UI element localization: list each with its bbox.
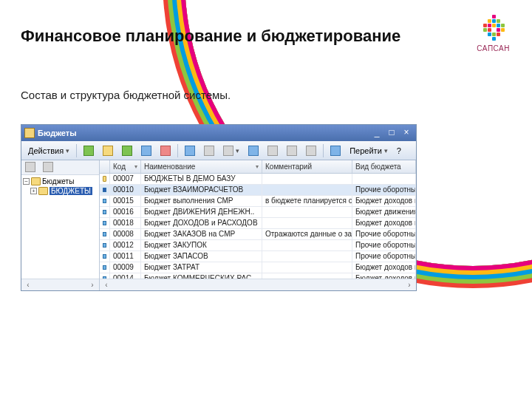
cell-name: Бюджет ЗАКАЗОВ на СМР (141, 229, 262, 239)
window-title: Бюджеты (38, 129, 370, 137)
table-row[interactable]: 00014Бюджет КОММЕРЧЕСКИХ РАС…Бюджет дохо… (100, 273, 416, 279)
cell-name: Бюджет ЗАКУПОК (141, 240, 262, 250)
brand-logo: САПСАН (477, 13, 510, 52)
twist-icon[interactable]: − (23, 178, 30, 185)
cell-comment (262, 240, 352, 250)
row-marker-icon (103, 199, 106, 203)
cell-type: Бюджет доходов и … (352, 262, 416, 273)
filter-clear-icon (287, 146, 297, 156)
hierarchy-button[interactable] (200, 143, 218, 158)
cell-type: Бюджет доходов и … (352, 273, 416, 279)
table-row[interactable]: 00015Бюджет выполнения СМРв бюджете план… (100, 196, 416, 207)
add-copy-button[interactable] (118, 143, 136, 158)
folder-plus-icon (103, 146, 113, 156)
table-row[interactable]: 00011Бюджет ЗАПАСОВПрочие оборотные .. (100, 251, 416, 262)
cell-comment (262, 174, 352, 184)
report-icon (330, 146, 341, 156)
tree-item[interactable]: +БЮДЖЕТЫ (23, 186, 98, 196)
folder-icon (31, 177, 41, 185)
row-marker (100, 240, 110, 250)
titlebar[interactable]: Бюджеты _ □ × (21, 125, 416, 141)
chevron-down-icon: ▾ (236, 147, 239, 154)
tree-item-label: Бюджеты (42, 177, 74, 185)
row-marker (100, 218, 110, 228)
cell-name: Бюджет ЗАПАСОВ (141, 251, 262, 262)
scroll-left-icon[interactable]: ‹ (23, 281, 33, 289)
twist-icon[interactable]: + (30, 188, 37, 194)
cell-code: 00014 (110, 273, 141, 279)
actions-dropdown[interactable]: Действия ▾ (24, 143, 73, 158)
scroll-right-icon[interactable]: › (87, 281, 98, 289)
scroll-right-icon[interactable]: › (404, 281, 415, 289)
table-row[interactable]: 00009Бюджет ЗАТРАТБюджет доходов и … (100, 262, 416, 273)
tree-item[interactable]: −Бюджеты (23, 177, 98, 186)
hierarchy-icon (204, 146, 214, 156)
filter-button[interactable] (264, 143, 282, 158)
filter-icon (267, 146, 278, 156)
goto-dropdown[interactable]: Перейти ▾ (346, 143, 392, 158)
row-marker-icon (103, 210, 106, 214)
cell-type: Бюджет доходов и … (352, 196, 416, 206)
table-row[interactable]: 00010Бюджет ВЗАИМОРАСЧЕТОВПрочие оборотн… (100, 185, 416, 196)
grid-header-code[interactable]: Код▾ (110, 160, 141, 173)
copy-plus-icon (122, 146, 132, 156)
list-tree-icon (43, 162, 53, 172)
table-row[interactable]: 00012Бюджет ЗАКУПОКПрочие оборотные .. (100, 240, 416, 251)
move-button[interactable] (181, 143, 199, 158)
row-marker (100, 262, 110, 273)
row-marker-icon (103, 188, 106, 192)
scroll-left-icon[interactable]: ‹ (101, 281, 112, 289)
toolbar: Действия ▾ ▾ Перейти ▾ ? (21, 141, 416, 160)
add-folder-button[interactable] (99, 143, 117, 158)
plus-icon (83, 146, 94, 156)
tree-panel: −Бюджеты+БЮДЖЕТЫ ‹ › (21, 160, 100, 290)
cell-type (352, 174, 416, 184)
sort-button[interactable] (302, 143, 320, 158)
report-button[interactable] (327, 143, 344, 158)
minimize-button[interactable]: _ (370, 127, 383, 139)
row-marker (100, 207, 110, 217)
help-button[interactable]: ? (393, 143, 408, 158)
tree-view-tree-button[interactable] (39, 160, 57, 174)
cell-name: Бюджет выполнения СМР (141, 196, 262, 206)
grid-scrollbar[interactable]: ‹ › (100, 279, 416, 290)
edit-button[interactable] (137, 143, 155, 158)
separator (323, 144, 324, 157)
cell-name: Бюджет ЗАТРАТ (141, 262, 262, 273)
tree-scrollbar[interactable]: ‹ › (21, 279, 99, 290)
close-button[interactable]: × (400, 127, 413, 139)
add-button[interactable] (80, 143, 98, 158)
grid-header-marker[interactable] (100, 160, 110, 173)
refresh-button[interactable] (245, 143, 262, 158)
grid-header-name[interactable]: Наименование▾ (141, 160, 262, 173)
grid-header-type[interactable]: Вид бюджета (352, 160, 416, 173)
table-row[interactable]: 00007БЮДЖЕТЫ В ДЕМО БАЗУ (100, 174, 416, 185)
col-comment-label: Комментарий (265, 163, 312, 171)
table-row[interactable]: 00018Бюджет ДОХОДОВ и РАСХОДОВБюджет дох… (100, 218, 416, 229)
cell-comment: в бюджете планируется объем в… (262, 196, 352, 206)
goto-label: Перейти (349, 146, 382, 155)
grid-header-comment[interactable]: Комментарий (262, 160, 352, 173)
separator (76, 144, 77, 157)
cell-comment (262, 207, 352, 217)
cell-type: Прочие оборотные .. (352, 251, 416, 262)
table-row[interactable]: 00008Бюджет ЗАКАЗОВ на СМРОтражаются дан… (100, 229, 416, 240)
cell-comment (262, 251, 352, 262)
table-row[interactable]: 00016Бюджет ДВИЖЕНИЯ ДЕНЕЖН..Бюджет движ… (100, 207, 416, 218)
cell-code: 00009 (110, 262, 141, 273)
cell-code: 00010 (110, 185, 141, 195)
page-subtitle: Состав и структура бюджетной системы. (21, 89, 231, 101)
delete-button[interactable] (157, 143, 174, 158)
cell-name: Бюджет ДВИЖЕНИЯ ДЕНЕЖН.. (141, 207, 262, 217)
cell-code: 00015 (110, 196, 141, 206)
row-marker (100, 273, 110, 279)
pencil-icon (141, 146, 151, 156)
tree-view-flat-button[interactable] (21, 160, 39, 174)
hierarchy-down-button[interactable]: ▾ (219, 143, 243, 158)
maximize-button[interactable]: □ (385, 127, 398, 139)
row-marker-icon (103, 265, 106, 270)
row-marker (100, 251, 110, 262)
filter-clear-button[interactable] (283, 143, 301, 158)
tree-item-label: БЮДЖЕТЫ (50, 187, 92, 195)
app-window: Бюджеты _ □ × Действия ▾ ▾ Перейти ▾ ? (21, 124, 417, 291)
